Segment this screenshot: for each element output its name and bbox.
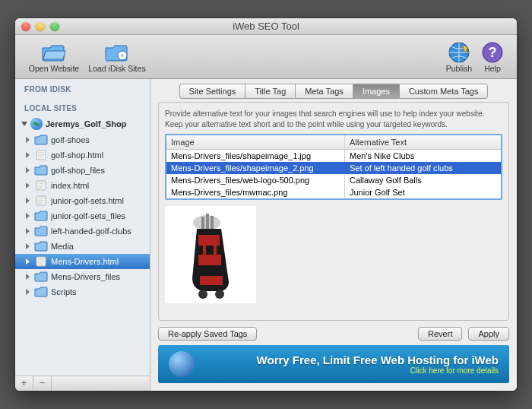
images-panel: Provide alternative text for your images… xyxy=(158,102,509,321)
folder-icon xyxy=(34,226,48,236)
globe-publish-icon xyxy=(446,41,472,64)
folder-icon xyxy=(34,165,48,176)
help-button[interactable]: ? Help xyxy=(477,41,508,73)
titlebar[interactable]: iWeb SEO Tool xyxy=(15,18,517,35)
tree-item[interactable]: junior-golf-sets_files xyxy=(15,208,150,224)
tree-item[interactable]: Media xyxy=(15,239,150,254)
sidebar-heading-local: LOCAL SITES xyxy=(15,97,150,116)
col-alt-text[interactable]: Alternative Text xyxy=(345,135,501,149)
folder-icon xyxy=(34,287,48,297)
button-bar: Re-apply Saved Tags Revert Apply xyxy=(150,327,517,345)
open-website-button[interactable]: Open Website xyxy=(24,41,84,73)
table-row[interactable]: Mens-Drivers_files/shapeimage_1.jpgMen's… xyxy=(166,150,501,162)
tab-images[interactable]: Images xyxy=(353,84,399,99)
tree-item[interactable]: golf-shop_files xyxy=(15,163,150,178)
help-icon: ? xyxy=(480,41,505,64)
banner-logo-icon xyxy=(169,351,195,377)
revert-button[interactable]: Revert xyxy=(418,327,462,341)
banner-title: Worry Free, Limit Free Web Hosting for i… xyxy=(257,354,499,366)
image-preview xyxy=(165,206,256,303)
tree-item[interactable]: Mens-Drivers_files xyxy=(15,269,150,284)
site-root[interactable]: Jeremys_Golf_Shop xyxy=(15,116,150,132)
apply-button[interactable]: Apply xyxy=(468,327,509,341)
sidebar: FROM IDISK LOCAL SITES Jeremys_Golf_Shop… xyxy=(15,79,150,391)
remove-button[interactable]: − xyxy=(33,376,52,391)
file-icon xyxy=(34,256,48,267)
table-header: Image Alternative Text xyxy=(166,135,501,150)
app-window: iWeb SEO Tool Open Website Load iDisk Si… xyxy=(15,18,517,391)
folder-icon xyxy=(34,241,48,252)
tab-meta-tags[interactable]: Meta Tags xyxy=(295,84,353,99)
folder-open-icon xyxy=(41,41,67,64)
tree-item[interactable]: index.html xyxy=(15,178,150,193)
toolbar: Open Website Load iDisk Sites Publish ? … xyxy=(15,35,517,79)
col-image[interactable]: Image xyxy=(166,135,345,149)
table-row[interactable]: Mens-Drivers_files/shapeimage_2.pngSet o… xyxy=(166,162,501,174)
folder-icon xyxy=(34,271,48,282)
folder-idisk-icon xyxy=(104,41,130,64)
svg-rect-24 xyxy=(211,216,214,230)
table-row[interactable]: Mens-Drivers_files/web-logo-500.pngCalla… xyxy=(166,174,501,186)
folder-icon xyxy=(34,135,48,145)
svg-point-28 xyxy=(215,290,224,299)
load-idisk-button[interactable]: Load iDisk Sites xyxy=(84,41,150,73)
svg-rect-22 xyxy=(201,217,204,230)
window-title: iWeb SEO Tool xyxy=(15,21,517,32)
file-tree: Jeremys_Golf_Shop golf-shoesgolf-shop.ht… xyxy=(15,116,150,376)
tree-item[interactable]: golf-shop.html xyxy=(15,147,150,163)
publish-button[interactable]: Publish xyxy=(441,41,477,73)
tab-bar: Site SettingsTitle TagMeta TagsImagesCus… xyxy=(150,79,517,99)
tree-item[interactable]: Mens-Drivers.html xyxy=(15,254,150,269)
svg-rect-26 xyxy=(214,246,217,255)
banner-subtitle: Click here for more details xyxy=(410,366,499,375)
svg-text:?: ? xyxy=(489,45,497,60)
tree-item[interactable]: junior-golf-sets.html xyxy=(15,193,150,208)
folder-icon xyxy=(34,211,48,221)
panel-hint: Provide alternative text for your images… xyxy=(165,109,502,129)
tree-item[interactable]: golf-shoes xyxy=(15,132,150,147)
sidebar-footer: + − xyxy=(15,376,150,391)
svg-point-1 xyxy=(121,54,124,57)
file-icon xyxy=(34,180,48,191)
promo-banner[interactable]: Worry Free, Limit Free Web Hosting for i… xyxy=(158,345,509,383)
main-pane: Site SettingsTitle TagMeta TagsImagesCus… xyxy=(150,79,517,391)
svg-point-27 xyxy=(198,290,207,299)
images-table[interactable]: Image Alternative Text Mens-Drivers_file… xyxy=(165,134,502,200)
svg-rect-23 xyxy=(206,214,209,230)
globe-icon xyxy=(30,118,43,130)
svg-rect-25 xyxy=(203,246,206,255)
sidebar-heading-idisk: FROM IDISK xyxy=(15,79,150,97)
tree-item[interactable]: Scripts xyxy=(15,284,150,300)
add-button[interactable]: + xyxy=(15,376,33,391)
tab-custom-meta-tags[interactable]: Custom Meta Tags xyxy=(399,84,489,99)
tab-title-tag[interactable]: Title Tag xyxy=(245,84,295,99)
reapply-button[interactable]: Re-apply Saved Tags xyxy=(158,327,257,341)
tree-item[interactable]: left-handed-golf-clubs xyxy=(15,224,150,239)
table-row[interactable]: Mens-Drivers_files/mwmac.pngJunior Golf … xyxy=(166,186,501,198)
tab-site-settings[interactable]: Site Settings xyxy=(179,84,245,99)
file-icon xyxy=(34,150,48,160)
file-icon xyxy=(34,195,48,206)
